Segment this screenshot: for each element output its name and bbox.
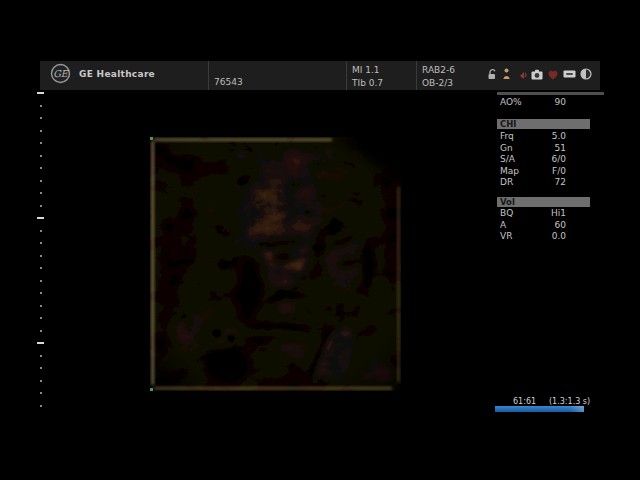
ruler-minor-tick [40,292,42,294]
ruler-minor-tick [40,330,42,332]
svg-text:GE: GE [53,68,69,79]
ruler-minor-tick [40,142,42,144]
section-header-vol: Vol [497,197,590,207]
param-value: 51 [555,143,566,154]
param-label: BQ [500,208,513,219]
param-value: 72 [555,177,566,188]
tib-value: TIb 0.7 [352,77,383,90]
param-row-map: Map F/0 [497,166,566,177]
ruler-minor-tick [40,242,42,244]
ruler-minor-tick [40,155,42,157]
header-divider [416,61,417,90]
ruler-minor-tick [40,317,42,319]
panel-divider [497,92,604,95]
brand: GE GE Healthcare [50,63,155,84]
param-row-gn: Gn 51 [497,143,566,154]
ruler-minor-tick [40,117,42,119]
signal-icon [515,69,527,80]
contrast-icon [580,68,592,80]
ruler-minor-tick [40,130,42,132]
ruler-minor-tick [40,167,42,169]
status-icons [487,68,592,80]
cine-progressbar[interactable] [495,406,584,412]
param-label: DR [500,177,513,188]
cine-duration: (1.3:1.3 s) [549,397,590,406]
probe-info: RAB2-6 OB-2/3 [422,64,455,90]
section-header-chi: CHI [497,119,590,129]
cine-counter: 61:61 [513,397,536,406]
param-value: 6/0 [552,154,566,165]
param-label: A [500,220,506,231]
ruler-major-tick [37,342,44,344]
acoustic-indices: MI 1.1 TIb 0.7 [352,64,383,90]
ruler-minor-tick [40,355,42,357]
param-value: F/0 [552,166,566,177]
ultrasound-screen: GE GE Healthcare 76543 MI 1.1 TIb 0.7 RA… [0,0,640,480]
ruler-minor-tick [40,380,42,382]
probe-preset: OB-2/3 [422,77,455,90]
param-value: 90 [555,97,566,108]
probe-name: RAB2-6 [422,64,455,77]
person-icon [502,68,511,80]
param-value: 60 [555,220,566,231]
header-divider [208,61,209,90]
unlock-icon [487,68,498,80]
param-value: 5.0 [552,131,566,142]
ruler-minor-tick [40,105,42,107]
ruler-minor-tick [40,305,42,307]
heart-icon [547,69,559,80]
ruler-minor-tick [40,280,42,282]
header-divider [346,61,347,90]
ruler-minor-tick [40,230,42,232]
ultrasound-render [150,137,401,391]
header-bar: GE GE Healthcare 76543 MI 1.1 TIb 0.7 RA… [40,61,600,90]
brand-name: GE Healthcare [79,69,155,79]
ruler-major-tick [37,217,44,219]
cine-progress-fill [495,406,584,412]
ruler-minor-tick [40,267,42,269]
ruler-minor-tick [40,405,42,407]
ge-logo-icon: GE [50,63,71,84]
ruler-minor-tick [40,192,42,194]
param-row-frq: Frq 5.0 [497,131,566,142]
param-label: AO% [500,97,522,108]
param-value: 0.0 [552,231,566,242]
ruler-minor-tick [40,367,42,369]
param-label: Map [500,166,519,177]
renderbox-corner-marker [150,388,153,391]
param-value: Hi1 [551,208,566,219]
tape-icon [563,69,576,79]
render-vignette [150,137,401,391]
param-label: Gn [500,143,513,154]
ruler-minor-tick [40,392,42,394]
param-row-vr: VR 0.0 [497,231,566,242]
ruler-major-tick [37,92,44,94]
param-label: VR [500,231,512,242]
param-label: S/A [500,154,515,165]
param-row-a: A 60 [497,220,566,231]
patient-id: 76543 [214,77,243,87]
renderbox-corner-marker [150,137,153,140]
param-row-bq: BQ Hi1 [497,208,566,219]
param-row-ao: AO% 90 [497,97,566,108]
param-row-sa: S/A 6/0 [497,154,566,165]
camera-icon [531,69,543,80]
mi-value: MI 1.1 [352,64,383,77]
ruler-minor-tick [40,180,42,182]
depth-ruler [37,92,45,412]
ruler-minor-tick [40,205,42,207]
ruler-minor-tick [40,255,42,257]
param-label: Frq [500,131,514,142]
param-row-dr: DR 72 [497,177,566,188]
